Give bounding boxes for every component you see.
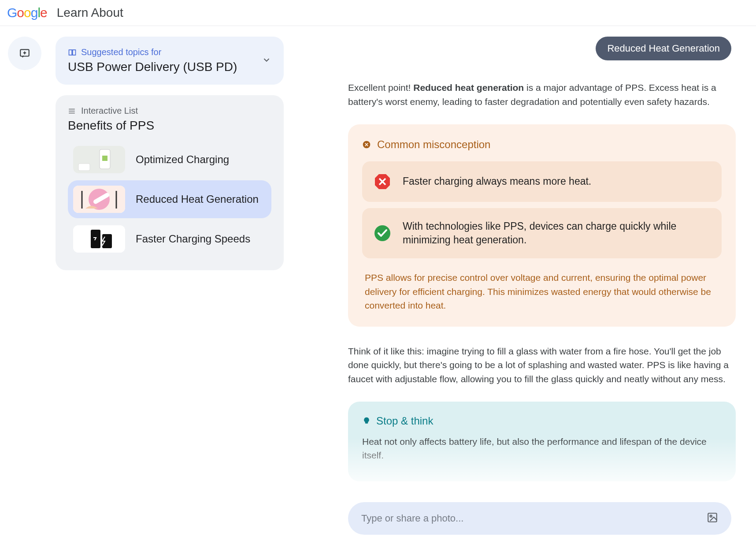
misconception-wrong-text: Faster charging always means more heat. bbox=[403, 175, 591, 188]
interactive-list-title: Benefits of PPS bbox=[68, 119, 271, 133]
misconception-card: Common misconception Faster charging alw… bbox=[348, 124, 736, 327]
misconception-right-row: With technologies like PPS, devices can … bbox=[362, 208, 722, 258]
google-logo: Google bbox=[7, 5, 47, 20]
list-item-label: Optimized Charging bbox=[136, 153, 229, 166]
book-icon bbox=[68, 48, 77, 57]
app-title: Learn About bbox=[57, 6, 123, 20]
app-header: Google Learn About bbox=[0, 0, 756, 26]
image-upload-button[interactable] bbox=[707, 512, 718, 525]
list-item-optimized-charging[interactable]: Optimized Charging bbox=[68, 141, 271, 179]
svg-rect-3 bbox=[69, 112, 75, 113]
misconception-explain: PPS allows for precise control over volt… bbox=[362, 265, 722, 313]
svg-rect-1 bbox=[69, 108, 75, 109]
chat-input-bar[interactable] bbox=[348, 502, 731, 535]
correct-icon bbox=[374, 224, 391, 242]
stop-think-header: Stop & think bbox=[362, 415, 722, 427]
analogy-text: Think of it like this: imagine trying to… bbox=[348, 344, 736, 386]
list-item-reduced-heat[interactable]: Reduced Heat Generation bbox=[68, 180, 271, 218]
image-icon bbox=[707, 512, 718, 523]
misconception-wrong-row: Faster charging always means more heat. bbox=[362, 161, 722, 202]
stop-think-text: Heat not only affects battery life, but … bbox=[362, 435, 722, 462]
wrong-icon bbox=[374, 173, 391, 190]
misconception-header: Common misconception bbox=[362, 138, 722, 151]
suggested-topics-label: Suggested topics for bbox=[68, 47, 271, 57]
stop-think-card: Stop & think Heat not only affects batte… bbox=[348, 402, 736, 481]
chat-input[interactable] bbox=[361, 513, 707, 524]
thumb-optimized-charging bbox=[73, 146, 125, 173]
svg-rect-2 bbox=[69, 111, 75, 112]
list-item-label: Faster Charging Speeds bbox=[136, 233, 250, 245]
intro-text: Excellent point! Reduced heat generation… bbox=[348, 81, 736, 108]
svg-rect-7 bbox=[78, 164, 90, 171]
interactive-list-card: Interactive List Benefits of PPS Optimiz… bbox=[56, 95, 284, 270]
list-item-faster-charging[interactable]: Faster Charging Speeds bbox=[68, 220, 271, 258]
thumb-reduced-heat bbox=[73, 186, 125, 213]
thumb-faster-charging bbox=[73, 225, 125, 253]
interactive-list-label: Interactive List bbox=[68, 106, 271, 116]
new-conversation-button[interactable] bbox=[8, 37, 41, 70]
svg-point-18 bbox=[710, 515, 712, 517]
misconception-right-text: With technologies like PPS, devices can … bbox=[403, 220, 710, 247]
svg-rect-6 bbox=[102, 156, 107, 161]
suggested-topics-card[interactable]: Suggested topics for USB Power Delivery … bbox=[56, 37, 284, 85]
error-circle-icon bbox=[362, 140, 371, 149]
topic-chip: Reduced Heat Generation bbox=[596, 37, 731, 60]
list-item-label: Reduced Heat Generation bbox=[136, 193, 259, 205]
list-icon bbox=[68, 107, 76, 115]
svg-rect-17 bbox=[708, 513, 717, 522]
chevron-down-icon[interactable] bbox=[262, 55, 271, 67]
suggested-topics-title: USB Power Delivery (USB PD) bbox=[68, 60, 271, 74]
lightbulb-icon bbox=[362, 417, 371, 425]
